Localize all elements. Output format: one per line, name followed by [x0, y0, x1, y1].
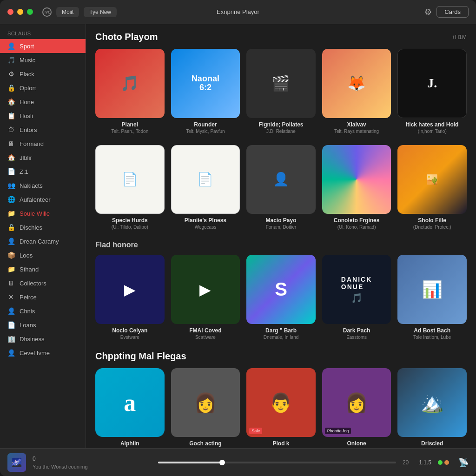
minimize-button[interactable] — [17, 9, 23, 15]
card-plodk-thumb: 👨 Sale — [246, 368, 316, 437]
card-pianel[interactable]: 🎵 Pianel Telt. Paen., Todon — [95, 49, 165, 134]
choto-action[interactable]: +H1M — [452, 34, 467, 40]
live-dot[interactable]: live — [42, 7, 52, 17]
card-itick[interactable]: J. Itick hates and Hold (In,horr, Tario) — [397, 49, 467, 134]
sidebar-item-loans[interactable]: 📄 Loans — [0, 318, 86, 332]
status-dot-green — [438, 460, 443, 465]
moiit-button[interactable]: Moiit — [56, 7, 79, 17]
home-icon: 🏠 — [7, 98, 15, 106]
card-macio-subtitle: Fonam, Doitier — [266, 225, 297, 230]
card-fignide-title: Fignide; Poliates — [258, 121, 303, 128]
card-pianel-subtitle: Telt. Paen., Todon — [111, 129, 148, 134]
card-fmal[interactable]: ▶ FMAl Coved Scatiware — [171, 255, 240, 340]
card-darg[interactable]: S Darg " Barb Dnemale, In land — [246, 255, 316, 340]
status-dot-orange — [444, 460, 449, 465]
sidebar-label-jlblir: Jlblir — [20, 154, 32, 161]
chipping-cards-grid: a Alphiin 👩 Goch acting 👨 Sale Plod k — [95, 368, 467, 448]
player-bar: 🌌 0 You the Wonsd counimg 20 1.1.5 📡 — [0, 448, 476, 476]
card-fignide[interactable]: 🎬 Fignide; Poliates J.D. Relatiane — [246, 49, 316, 134]
card-goch[interactable]: 👩 Goch acting — [171, 368, 240, 448]
sidebar-item-drean[interactable]: 👤 Drean Caramy — [0, 234, 86, 248]
sidebar-item-hosli[interactable]: 📋 Hosli — [0, 109, 86, 123]
doc-icon: 📄 — [7, 168, 15, 175]
sidebar-item-sport[interactable]: 👤 Sport — [0, 39, 86, 53]
cast-button[interactable]: 📡 — [458, 457, 469, 468]
sidebar-item-music[interactable]: 🎵 Music — [0, 53, 86, 67]
music-icon: 🎵 — [7, 56, 15, 64]
player-thumb-icon: 🌌 — [12, 457, 22, 468]
progress-bar[interactable] — [158, 462, 396, 463]
progress-thumb[interactable] — [219, 460, 225, 465]
sidebar-item-peirce[interactable]: ✕ Peirce — [0, 290, 86, 304]
sidebar-item-cevel[interactable]: 👤 Cevel Ivme — [0, 346, 86, 360]
sidebar-item-jlblir[interactable]: 🏠 Jlblir — [0, 151, 86, 165]
sidebar-item-dischles[interactable]: 🔒 Dischles — [0, 220, 86, 234]
card-dark-pach[interactable]: DANICKONUE 🎵 Dark Pach Easstoms — [322, 255, 391, 340]
card-goch-title: Goch acting — [189, 440, 221, 447]
card-planiie[interactable]: 📄 Planiie's Plness Wegocass — [171, 145, 240, 230]
card-noclo-title: Noclo Celyan — [112, 327, 147, 334]
card-sholo[interactable]: 🏜️ Sholo Fille (Dnetudo, Protec:) — [397, 145, 467, 230]
maximize-button[interactable] — [27, 9, 33, 15]
sidebar-item-nakiacts[interactable]: 👥 Nakiacts — [0, 178, 86, 192]
sidebar-item-formand[interactable]: 🖥 Formand — [0, 137, 86, 151]
card-onione[interactable]: 👩 Phontte-fog Onione — [322, 368, 391, 448]
app-title: Exnprine Playor — [217, 8, 259, 15]
building-icon: 🏢 — [7, 335, 15, 343]
settings-button[interactable]: ⚙ — [424, 7, 432, 17]
sidebar-item-loos[interactable]: 📦 Loos — [0, 248, 86, 262]
card-xialvav-thumb: 🦊 — [322, 49, 391, 118]
user3-icon: 👤 — [7, 307, 15, 315]
card-xialvav[interactable]: 🦊 Xialvav Telt. Rays matenating — [322, 49, 391, 134]
folder2-icon: 📁 — [7, 265, 15, 273]
sidebar-item-sthand[interactable]: 📁 Sthand — [0, 262, 86, 276]
sidebar-item-dhsiness[interactable]: 🏢 Dhsiness — [0, 332, 86, 346]
card-alphiin[interactable]: a Alphiin — [95, 368, 165, 448]
card-macio[interactable]: 👤 Macio Payo Fonam, Doitier — [246, 145, 316, 230]
traffic-lights — [7, 9, 33, 15]
card-plodk-title: Plod k — [272, 440, 289, 447]
sidebar-item-entors[interactable]: ⏱ Entors — [0, 123, 86, 137]
sidebar-item-aufalenteer[interactable]: 🌐 Aufalenteer — [0, 192, 86, 206]
flat-section: Flad honore ▶ Noclo Celyan Evstware ▶ FM… — [95, 241, 467, 340]
card-darg-title: Darg " Barb — [265, 327, 297, 334]
card-specie[interactable]: 📄 Specie Hurds (Ul: Tilido, Dalipo) — [95, 145, 165, 230]
card-plodk[interactable]: 👨 Sale Plod k — [246, 368, 316, 448]
sidebar-item-oplort[interactable]: 🔒 Oplort — [0, 81, 86, 95]
sidebar-item-z1[interactable]: 📄 Z.1 — [0, 165, 86, 178]
close-button[interactable] — [7, 9, 13, 15]
sidebar-item-hone[interactable]: 🏠 Hone — [0, 95, 86, 109]
sidebar-label-sthand: Sthand — [20, 266, 39, 273]
flat-cards-grid: ▶ Noclo Celyan Evstware ▶ FMAl Coved Sca… — [95, 255, 467, 340]
card-darg-subtitle: Dnemale, In land — [264, 335, 299, 340]
status-dots — [438, 460, 449, 465]
card-pianel-title: Pianel — [122, 121, 138, 128]
card-dark-pach-thumb: DANICKONUE 🎵 — [322, 255, 391, 324]
lock-icon: 🔒 — [7, 84, 15, 92]
sidebar-item-plack[interactable]: ⚙ Plack — [0, 67, 86, 81]
titlebar-actions: ⚙ Cards — [424, 6, 469, 18]
card-itick-subtitle: (In,horr, Tario) — [418, 129, 447, 134]
card-rounder[interactable]: Naonal6:2 Rounder Telt. Mysic, Pavfun — [171, 49, 240, 134]
card-ad-bost[interactable]: 📊 Ad Bost Bach Tole Instlom, Lube — [397, 255, 467, 340]
sidebar-item-collectors[interactable]: 🖥 Collectors — [0, 276, 86, 290]
cards-button[interactable]: Cards — [436, 6, 469, 18]
sidebar-label-sport: Sport — [20, 43, 34, 50]
tye-new-button[interactable]: Tye New — [84, 7, 117, 17]
card-goch-thumb: 👩 — [171, 368, 240, 437]
page-icon: 📄 — [7, 321, 15, 329]
sidebar-label-collectors: Collectors — [20, 280, 46, 287]
card-fmal-title: FMAl Coved — [189, 327, 221, 334]
card-itick-title: Itick hates and Hold — [406, 121, 458, 128]
card-noclo[interactable]: ▶ Noclo Celyan Evstware — [95, 255, 165, 340]
card-fignide-thumb: 🎬 — [246, 49, 316, 118]
card-conoleto[interactable]: Conoleto Frgines (Ul: Kono, Ramad) — [322, 145, 391, 230]
sidebar-label-dischles: Dischles — [20, 224, 42, 231]
progress-track[interactable] — [158, 462, 396, 463]
flat-section-title: Flad honore — [95, 241, 467, 249]
sidebar-item-chnis[interactable]: 👤 Chnis — [0, 304, 86, 318]
card-driscled[interactable]: 🏔️ Driscled — [397, 368, 467, 448]
card-conoleto-subtitle: (Ul: Kono, Ramad) — [337, 225, 376, 230]
player-version: 1.1.5 — [419, 459, 431, 466]
sidebar-item-soule[interactable]: 📁 Soule Wille — [0, 206, 86, 220]
